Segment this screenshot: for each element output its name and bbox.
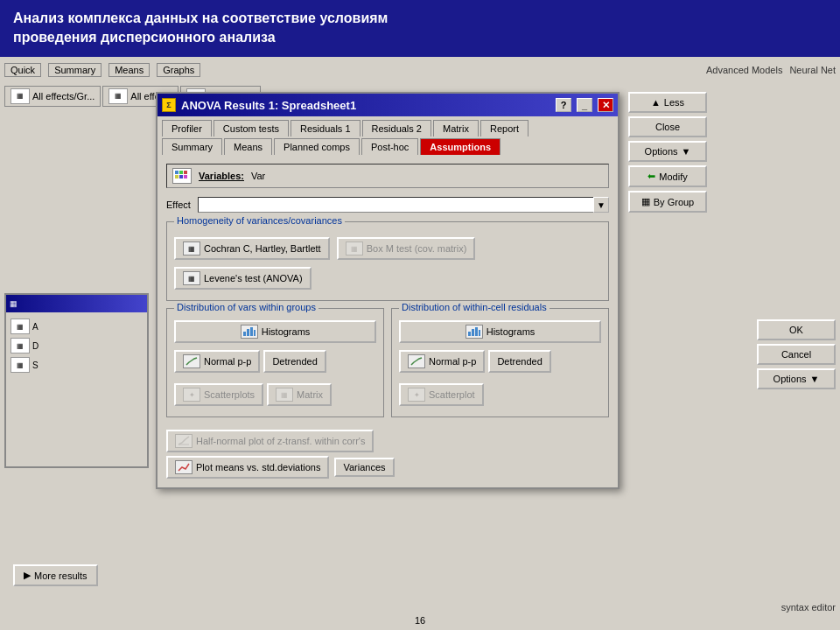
bg-ok-btn[interactable]: OK — [757, 319, 836, 340]
dist-residuals-title: Distribution of within-cell residuals — [399, 302, 550, 312]
anova-dialog: Σ ANOVA Results 1: Spreadsheet1 ? _ ✕ Pr… — [156, 92, 620, 489]
advanced-models-menu[interactable]: Advanced Models — [706, 65, 782, 75]
tab-planned-comps[interactable]: Planned comps — [274, 138, 360, 155]
bg-tab1[interactable]: ▦ All effects/Gr... — [4, 86, 101, 107]
dist-within-group: Distribution of vars within groups Histo… — [166, 308, 384, 417]
tab-means[interactable]: Means — [224, 138, 272, 155]
normalpp1-icon — [183, 354, 200, 368]
tab-residuals2[interactable]: Residuals 2 — [362, 120, 431, 136]
syntax-editor-label: syntax editor — [781, 602, 836, 612]
variables-label[interactable]: Variables: — [199, 171, 244, 181]
graphs-btn[interactable]: Graphs — [157, 63, 200, 77]
bg-second-content: ▦A ▦D ▦S — [6, 312, 147, 379]
options-arrow2: ▼ — [810, 374, 820, 384]
options-arrow: ▼ — [682, 146, 691, 157]
svg-rect-4 — [179, 175, 183, 178]
distribution-row: Distribution of vars within groups Histo… — [166, 308, 609, 424]
less-btn[interactable]: ▲ Less — [628, 92, 707, 113]
svg-rect-0 — [175, 171, 178, 174]
svg-rect-11 — [472, 329, 474, 336]
bg-item-s: ▦S — [10, 355, 143, 374]
normalpp2-btn[interactable]: Normal p-p — [399, 350, 485, 373]
svg-rect-2 — [184, 171, 187, 174]
svg-rect-9 — [254, 330, 256, 336]
bottom-buttons: Half-normal plot of z-transf. within cor… — [166, 430, 609, 452]
dialog-title-text: ANOVA Results 1: Spreadsheet1 — [181, 99, 550, 112]
detrended2-btn[interactable]: Detrended — [488, 350, 550, 373]
page-number: 16 — [415, 615, 425, 626]
summary-btn[interactable]: Summary — [48, 63, 102, 77]
means-btn[interactable]: Means — [108, 63, 150, 77]
normalpp2-icon — [408, 354, 425, 368]
tab-post-hoc[interactable]: Post-hoc — [361, 138, 418, 155]
effect-row: Effect Code ▼ — [166, 197, 609, 213]
plotmeans-btn[interactable]: Plot means vs. std.deviations — [166, 456, 329, 479]
plotmeans-icon — [175, 460, 192, 474]
effect-input[interactable]: Code — [198, 197, 609, 213]
less-arrow: ▲ — [651, 97, 661, 108]
matrix-icon: ▦ — [276, 388, 293, 402]
halfnormal-btn[interactable]: Half-normal plot of z-transf. within cor… — [166, 430, 374, 452]
matrix-btn[interactable]: ▦ Matrix — [267, 383, 332, 406]
dist-residuals-row3: ✦ Scatterplot — [399, 380, 601, 410]
tab2-icon: ▦ — [108, 88, 128, 104]
svg-rect-13 — [479, 330, 480, 336]
effect-label: Effect — [166, 200, 191, 210]
boxm-btn[interactable]: ▦ Box M test (cov. matrix) — [337, 237, 476, 260]
variables-value: Var — [251, 171, 265, 181]
tab-assumptions[interactable]: Assumptions — [420, 138, 500, 155]
tab-custom-tests[interactable]: Custom tests — [214, 120, 289, 136]
tab-summary[interactable]: Summary — [162, 138, 222, 155]
bg-item-d: ▦D — [10, 336, 143, 355]
cochran-btn[interactable]: ▦ Cochran C, Hartley, Bartlett — [174, 237, 330, 260]
help-btn[interactable]: ? — [556, 98, 571, 112]
more-results-icon: ▶ — [24, 570, 31, 581]
detrended1-btn[interactable]: Detrended — [263, 350, 326, 373]
hist2-icon — [466, 325, 483, 339]
dist-within-row3: ✦ Scatterplots ▦ Matrix — [174, 380, 376, 410]
normalpp1-btn[interactable]: Normal p-p — [174, 350, 260, 373]
tab-profiler[interactable]: Profiler — [162, 120, 212, 136]
tab-matrix[interactable]: Matrix — [433, 120, 479, 136]
tab1-icon: ▦ — [10, 88, 30, 104]
svg-rect-8 — [250, 327, 253, 336]
boxm-icon: ▦ — [346, 242, 363, 256]
by-group-btn[interactable]: ▦ By Group — [628, 191, 707, 213]
svg-rect-10 — [468, 332, 471, 336]
tab-residuals1[interactable]: Residuals 1 — [290, 120, 360, 136]
effect-dropdown-btn[interactable]: ▼ — [593, 197, 609, 213]
hist1-btn[interactable]: Histograms — [174, 320, 376, 343]
dist-residuals-buttons: Histograms Normal p-p Detrended — [399, 320, 601, 410]
background-toolbar: Quick Summary Means Graphs Advanced Mode… — [0, 57, 840, 83]
levene-btn[interactable]: ▦ Levene's test (ANOVA) — [174, 267, 312, 290]
modify-btn[interactable]: ⬅ Modify — [628, 165, 707, 187]
dialog-right-buttons: ▲ Less Close Options ▼ ⬅ Modify ▦ By Gro… — [628, 92, 707, 213]
tab-report[interactable]: Report — [480, 120, 528, 136]
dist-residuals-row2: Normal p-p Detrended — [399, 346, 601, 376]
dialog-body: Variables: Var Effect Code ▼ Homogeneity… — [158, 155, 618, 487]
dialog-title-icon: Σ — [162, 98, 176, 112]
dist-residuals-group: Distribution of within-cell residuals Hi… — [391, 308, 609, 417]
options-btn[interactable]: Options ▼ — [628, 141, 707, 162]
svg-rect-3 — [175, 175, 178, 178]
bg-options-btn2[interactable]: Options ▼ — [757, 368, 836, 389]
cochran-icon: ▦ — [183, 242, 200, 256]
scatterplots-btn[interactable]: ✦ Scatterplots — [174, 383, 263, 406]
dist-within-row2: Normal p-p Detrended — [174, 346, 376, 376]
dist-within-buttons: Histograms Normal p-p Detrended — [174, 320, 376, 410]
close-dialog-btn[interactable]: ✕ — [598, 98, 613, 112]
svg-rect-7 — [247, 329, 249, 336]
neural-net-menu[interactable]: Neural Net — [789, 65, 836, 75]
bg-cancel-btn[interactable]: Cancel — [757, 344, 836, 365]
more-results-btn[interactable]: ▶ More results — [13, 564, 98, 586]
minimize-btn[interactable]: _ — [577, 98, 592, 112]
bg-second-window: ▦ ▦A ▦D ▦S — [4, 293, 149, 468]
quick-btn[interactable]: Quick — [4, 63, 41, 77]
svg-rect-6 — [243, 332, 246, 336]
scatterplot2-btn[interactable]: ✦ Scatterplot — [399, 383, 484, 406]
close-btn[interactable]: Close — [628, 116, 707, 137]
variances-btn[interactable]: Variances — [334, 458, 394, 477]
by-group-icon: ▦ — [641, 196, 650, 207]
hist2-btn[interactable]: Histograms — [399, 320, 601, 343]
bg-right-panel: OK Cancel Options ▼ — [757, 319, 836, 389]
